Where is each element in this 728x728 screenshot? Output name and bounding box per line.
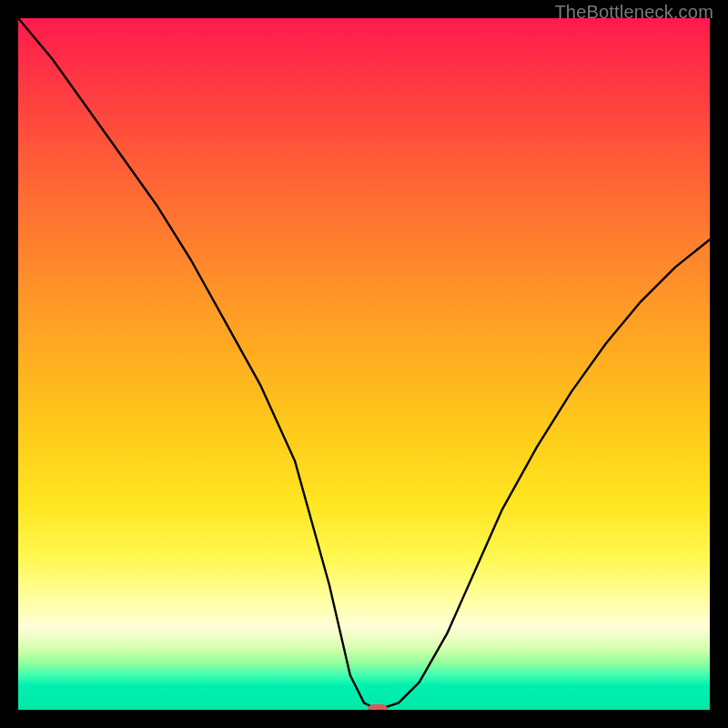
bottleneck-curve xyxy=(18,18,710,710)
chart-frame: TheBottleneck.com xyxy=(0,0,728,728)
optimal-marker xyxy=(368,704,388,710)
plot-area xyxy=(18,18,710,710)
watermark-text: TheBottleneck.com xyxy=(554,2,713,23)
